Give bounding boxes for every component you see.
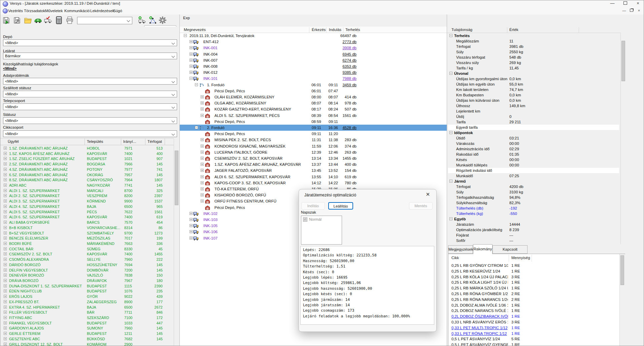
expand-icon[interactable]: + xyxy=(4,306,7,309)
truck-check-icon[interactable] xyxy=(44,16,52,24)
optimization-settings-icon[interactable] xyxy=(159,16,167,24)
collapse-icon[interactable]: − xyxy=(449,131,452,134)
customer-row[interactable]: +DUNA-DISZKONT 1. SZ. SZUPERMARKETBUDAPE… xyxy=(0,283,174,289)
tree-row[interactable]: −2019.11.19, Dél-Dunántúl, Tervjáratok66… xyxy=(180,33,447,39)
expand-icon[interactable]: + xyxy=(4,263,7,266)
cargo-row[interactable]: 0,2L DOBOZ ŐSZIBARACK IVÓLÉ 1/...1 RE xyxy=(448,314,618,320)
expand-icon[interactable]: + xyxy=(201,181,204,184)
tree-row[interactable]: +ALDI 6. SZ. SZUPERMARKET, KAPOSVÁR13:55… xyxy=(180,175,447,181)
property-row[interactable]: Útdíjas km gyorsforgalmi úton0,0 km xyxy=(448,76,619,82)
property-row[interactable]: Súly3100 kg xyxy=(448,189,619,195)
tree-row[interactable]: +1.SZ. KAPOS ÁFÉSZ ABC ÁRUHÁZ, KAPOSVÁR1… xyxy=(180,162,447,168)
customers-header-telepules[interactable]: Település xyxy=(87,139,103,144)
tab-2[interactable]: Rakomány xyxy=(473,244,493,254)
cargo-row[interactable]: 0,33 L PET MULTI-TROPIC 1/121 RE xyxy=(448,325,618,331)
tree-row[interactable]: +INK-0076274 db xyxy=(180,58,447,64)
napszak-listbox[interactable]: ✓ Normál xyxy=(301,216,342,245)
customer-row[interactable]: +CSEMISZÖV 2. SZ. BOLTKAPOSVÁR74001455 xyxy=(0,251,174,257)
checkbox-checked-icon[interactable]: ✓ xyxy=(303,217,307,222)
open-folder-icon[interactable] xyxy=(24,16,32,24)
property-row[interactable]: Járatszám14444 xyxy=(448,222,619,227)
property-row[interactable]: Km lakott területen74,7 km xyxy=(448,87,619,92)
property-row[interactable]: Súlykihasználtság82,3% xyxy=(448,200,619,206)
collapse-icon[interactable]: − xyxy=(195,83,198,86)
expand-icon[interactable]: + xyxy=(4,242,7,245)
tree-row[interactable]: +MISINA PÉK 2. SZ. BOLT, PÉCS11:3111:382… xyxy=(180,137,447,144)
expand-icon[interactable]: + xyxy=(201,193,204,196)
customer-row[interactable]: +ALI BABA GYORSBÜFÉBARCS7570454 xyxy=(0,220,174,225)
mdi-restore-icon[interactable] xyxy=(628,8,635,13)
tree-row[interactable]: Pécsi Depó, Pécs06:0107:47 xyxy=(180,89,447,95)
expand-icon[interactable]: + xyxy=(201,107,204,111)
expand-icon[interactable]: + xyxy=(4,289,7,292)
cargo-row[interactable]: 0,25 L RB KÓLA LIGHT 1/24 ÚJ PALACK1 RE xyxy=(448,280,618,286)
tree-row[interactable]: +OLGA ABC, KOZÁRMISLENY08:0708:14978 db xyxy=(180,101,447,107)
toolbar-search-combo[interactable] xyxy=(77,17,132,24)
property-row[interactable]: Útdíjas km egyéb úton55,0 km xyxy=(448,82,619,87)
property-row[interactable]: Térfogat3981 db xyxy=(448,44,619,49)
property-row[interactable]: Súly2550 kg xyxy=(448,49,619,55)
expand-icon[interactable]: + xyxy=(201,199,204,202)
customer-row[interactable]: +EX-PRESSZÓ BT.ZALAEGERSZEG8900177 xyxy=(0,299,174,305)
close-button[interactable]: × xyxy=(632,0,644,7)
expand-icon[interactable]: + xyxy=(4,332,7,335)
filter-combo-7[interactable]: <Mind> xyxy=(3,117,177,124)
customer-row[interactable]: +BENCZE ÉLELMISZERMEZŐSZILAS7017199 xyxy=(0,235,174,241)
customer-row[interactable]: +GERLE ÉTTEREMBUDAPEST1211145 xyxy=(0,331,174,336)
menu-item-4[interactable]: Kommunikáció xyxy=(64,9,90,13)
property-group-row[interactable]: −Jármű xyxy=(448,179,619,184)
tree-row[interactable]: +JAGER FALATOZÓ, KAPOSVÁR13:4513:52154 d… xyxy=(180,168,447,174)
tree-row[interactable]: +ENT-4122773 db xyxy=(180,39,447,45)
minimize-button[interactable]: — xyxy=(606,0,619,7)
save-icon[interactable] xyxy=(2,16,10,24)
expand-icon[interactable]: + xyxy=(4,168,7,171)
expand-icon[interactable]: + xyxy=(4,157,7,160)
add-route-plan-icon[interactable] xyxy=(148,16,157,24)
menu-item-3[interactable]: Műveletek xyxy=(45,9,63,13)
expand-icon[interactable]: + xyxy=(190,212,193,215)
cargo-row[interactable]: 0,2L DOBOZ ALMA IVÓLÉ 1/36 12%1 RE xyxy=(448,303,618,309)
expand-icon[interactable]: + xyxy=(190,65,193,68)
properties-scrollbar[interactable] xyxy=(620,33,626,244)
customer-row[interactable]: +ADRI ABCNAGYKOZÁR7741145 xyxy=(0,183,174,188)
expand-icon[interactable]: + xyxy=(4,205,7,208)
cargo-row[interactable]: 0,25 L RB KÓLA 1/24 ÚJ PALACK3 RE xyxy=(448,275,618,280)
expand-icon[interactable]: + xyxy=(201,145,204,148)
menu-item-5[interactable]: Lekérdezések xyxy=(90,9,114,13)
expand-icon[interactable]: + xyxy=(190,46,193,49)
property-row[interactable]: Lejelentett km xyxy=(448,108,619,114)
tree-row[interactable]: −INK-1017988 db xyxy=(180,76,447,82)
customers-header-terfogat[interactable]: Térfogat xyxy=(147,139,162,144)
expand-icon[interactable]: + xyxy=(4,162,7,165)
customer-row[interactable]: +B+SZ VEGYESBOLTSZOMBATHELY97001273 xyxy=(0,230,174,236)
customer-row[interactable]: +EXTRA 4. SZ. HIPERMARKETBAJA65002672 xyxy=(0,305,174,310)
expand-icon[interactable]: + xyxy=(4,247,7,250)
cargo-row[interactable]: 0,25 L RB RÓNA NARANCS 1/24 ÚJ ...2 RE xyxy=(448,297,618,303)
customer-row[interactable]: +FITYING ABCSZEKSZÁRD7100172 xyxy=(0,315,174,320)
tree-header-megnevezes[interactable]: Megnevezés xyxy=(184,28,206,32)
expand-icon[interactable]: + xyxy=(4,300,7,303)
cargo-row[interactable]: 0,5 L PET ÁSVÁNYVÍZ 1/245 RE xyxy=(448,337,618,342)
expand-icon[interactable]: + xyxy=(201,157,204,160)
cargo-scrollbar[interactable] xyxy=(619,254,625,346)
customer-row[interactable]: +BODRI BÜFÉMÁRIAKÉMÉND7663336 xyxy=(0,241,174,246)
tree-row[interactable]: Pécsi Depó, Pécs09:1111:20 xyxy=(180,131,447,137)
printer-icon[interactable] xyxy=(66,16,74,24)
customer-row[interactable]: +ERŐS LAJOSGYŐR9022439 xyxy=(0,294,174,299)
property-row[interactable]: Túlterhelés (db)-192 xyxy=(448,206,619,211)
expand-icon[interactable]: + xyxy=(4,184,7,187)
customer-row[interactable]: +ALDI 3. SZ. SZUPERMARKETKÖRMEND99001537 xyxy=(0,198,174,204)
customer-row[interactable]: +ALDI 2. SZ. SZUPERMARKETVESZPRÉM8200239… xyxy=(0,193,174,198)
tab-1[interactable]: Megjegyzések xyxy=(448,245,473,254)
expand-icon[interactable]: + xyxy=(201,95,204,98)
customer-row[interactable]: +DENEVÉR BOROZÓVAJSZLÓ7838150 xyxy=(0,273,174,278)
expand-icon[interactable]: + xyxy=(4,173,7,176)
expand-icon[interactable]: + xyxy=(4,226,7,229)
customer-row[interactable]: +B+B KISBOLTVONYARCVASHE...831486 xyxy=(0,225,174,230)
property-row[interactable]: Adminisztrációs idő02:29 xyxy=(448,146,619,152)
customer-row[interactable]: +6.SZ. DRÁVAMENTI ABC ÁRUHÁZOKORÁG795714… xyxy=(0,172,174,178)
filter-combo-2[interactable]: Bármikor xyxy=(3,53,177,59)
mdi-minimize-icon[interactable]: — xyxy=(621,8,628,13)
expand-icon[interactable]: + xyxy=(4,326,7,329)
maximize-button[interactable] xyxy=(619,0,632,7)
